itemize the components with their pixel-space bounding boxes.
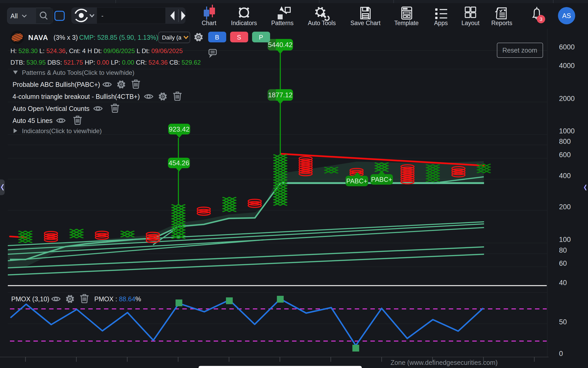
svg-text:400: 400 xyxy=(559,172,571,180)
svg-text:H: 528.30 L: 524.36, Cnt: 4 H: H: 528.30 L: 524.36, Cnt: 4 H Dt: 09/06/… xyxy=(10,47,183,54)
svg-text:Patterns & Auto Tools(Click to: Patterns & Auto Tools(Click to view/hide… xyxy=(22,69,134,76)
svg-text:5440.42: 5440.42 xyxy=(268,41,293,49)
svg-text:3: 3 xyxy=(540,16,543,22)
svg-text:1877.12: 1877.12 xyxy=(268,91,293,99)
svg-text:0: 0 xyxy=(559,350,563,358)
svg-text:NAVA: NAVA xyxy=(28,34,48,42)
svg-text:Auto Tools: Auto Tools xyxy=(308,20,336,26)
svg-text:Apps: Apps xyxy=(434,20,448,26)
svg-text:B: B xyxy=(215,34,219,41)
svg-text:Save Chart: Save Chart xyxy=(350,20,381,26)
svg-text:-: - xyxy=(101,12,103,19)
svg-text:(3% x 3): (3% x 3) xyxy=(54,34,78,41)
svg-text:All: All xyxy=(10,12,18,20)
svg-text:100: 100 xyxy=(559,236,571,244)
svg-text:DTB: 530.95 DBS: 521.75 HP: 0.: DTB: 530.95 DBS: 521.75 HP: 0.00 LP: 0.0… xyxy=(10,59,201,66)
svg-text:PABC+: PABC+ xyxy=(346,177,368,185)
svg-text:800: 800 xyxy=(559,138,571,145)
svg-text:40: 40 xyxy=(559,279,567,287)
svg-text:1000: 1000 xyxy=(559,127,575,135)
svg-text:Layout: Layout xyxy=(461,20,480,26)
svg-text:6000: 6000 xyxy=(559,43,575,51)
svg-text:AS: AS xyxy=(562,12,571,19)
svg-text:Zone (www.definedgesecurities.: Zone (www.definedgesecurities.com) xyxy=(391,359,498,366)
svg-text:Daily (a: Daily (a xyxy=(162,34,182,41)
svg-text:Reset zoom: Reset zoom xyxy=(502,47,537,54)
svg-text:50: 50 xyxy=(559,318,567,326)
svg-text:454.26: 454.26 xyxy=(168,159,189,167)
svg-text:Auto Open Vertical Counts: Auto Open Vertical Counts xyxy=(13,105,90,112)
svg-text:2000: 2000 xyxy=(559,95,575,103)
svg-text:4000: 4000 xyxy=(559,62,575,70)
svg-text:PMOX (3,10): PMOX (3,10) xyxy=(11,295,49,303)
svg-text:PABC+: PABC+ xyxy=(371,176,392,183)
svg-text:923.42: 923.42 xyxy=(169,125,190,133)
svg-text:S: S xyxy=(237,34,241,41)
svg-text:Patterns: Patterns xyxy=(271,20,294,26)
svg-text:4-column triangle breakout - B: 4-column triangle breakout - Bullish(4CT… xyxy=(13,93,140,100)
svg-text:Template: Template xyxy=(394,20,418,26)
svg-text:200: 200 xyxy=(559,203,571,211)
svg-text:Chart: Chart xyxy=(202,20,217,26)
svg-text:Probable ABC Bullish(PABC+): Probable ABC Bullish(PABC+) xyxy=(13,81,100,88)
svg-text:P: P xyxy=(259,34,263,41)
svg-text:Indicators(Click to view/hide): Indicators(Click to view/hide) xyxy=(22,127,102,134)
svg-text:Auto 45 Lines: Auto 45 Lines xyxy=(13,117,53,124)
svg-text:80: 80 xyxy=(559,246,567,254)
svg-text:60: 60 xyxy=(559,259,567,267)
svg-text:PMOX : 88.64%: PMOX : 88.64% xyxy=(94,295,141,303)
svg-text:Reports: Reports xyxy=(491,20,513,26)
svg-text:Indicators: Indicators xyxy=(231,20,257,26)
svg-text:600: 600 xyxy=(559,151,571,159)
svg-text:CMP: 528.85 (5.90, 1.13%): CMP: 528.85 (5.90, 1.13%) xyxy=(79,34,158,41)
